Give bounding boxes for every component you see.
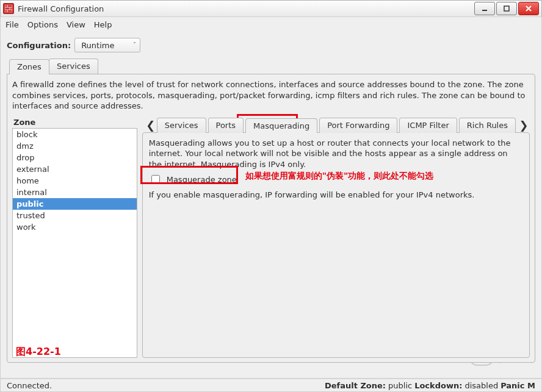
window-body: Configuration: Runtime ˇ Zones Services … — [0, 32, 542, 379]
tabs-scroll-right[interactable]: ❯ — [518, 118, 530, 132]
zone-heading: Zone — [12, 118, 137, 127]
menubar: File Options View Help — [0, 17, 542, 32]
annotation-rich-rule-note: 如果想使用富规则的"伪装"功能，则此处不能勾选 — [245, 171, 434, 182]
annotation-figure-label: 图4-22-1 — [16, 346, 61, 358]
inner-tab-services[interactable]: Services — [157, 118, 206, 133]
configuration-label: Configuration: — [7, 41, 71, 50]
close-button[interactable] — [518, 2, 539, 15]
menu-options[interactable]: Options — [27, 20, 58, 29]
zone-item-dmz[interactable]: dmz — [13, 140, 137, 152]
zone-item-home[interactable]: home — [13, 175, 137, 187]
window-title: Firewall Configuration — [18, 4, 473, 13]
status-connection: Connected. — [7, 381, 52, 390]
zone-item-trusted[interactable]: trusted — [13, 210, 137, 221]
zone-description: A firewalld zone defines the level of tr… — [12, 79, 530, 112]
zone-item-public[interactable]: public — [13, 198, 137, 210]
masquerading-description: Masquerading allows you to set up a host… — [149, 138, 523, 170]
menu-file[interactable]: File — [5, 20, 19, 29]
zone-item-drop[interactable]: drop — [13, 152, 137, 163]
status-default-zone-value: public — [388, 381, 412, 390]
zone-list[interactable]: blockdmzdropexternalhomeinternalpublictr… — [12, 128, 137, 358]
tab-services[interactable]: Services — [49, 59, 98, 74]
tab-zones[interactable]: Zones — [9, 59, 49, 74]
masquerading-panel: Masquerading allows you to set up a host… — [142, 132, 530, 358]
status-lockdown-label: Lockdown: — [414, 381, 462, 390]
inner-tab-rich-rules[interactable]: Rich Rules — [459, 118, 516, 133]
inner-tab-port-forwarding[interactable]: Port Forwarding — [319, 118, 397, 133]
inner-tab-ports[interactable]: Ports — [208, 118, 244, 133]
status-panic-label: Panic M — [500, 381, 535, 390]
statusbar: Connected. Default Zone: public Lockdown… — [0, 379, 542, 392]
firewall-icon — [3, 3, 14, 14]
svg-rect-0 — [5, 5, 12, 12]
configuration-dropdown[interactable]: Runtime ˇ — [74, 38, 140, 52]
zone-item-work[interactable]: work — [13, 221, 137, 233]
zone-column: Zone blockdmzdropexternalhomeinternalpub… — [12, 118, 137, 358]
inner-tab-icmp-filter[interactable]: ICMP Filter — [399, 118, 457, 133]
zones-panel: A firewalld zone defines the level of tr… — [7, 74, 535, 363]
configuration-value: Runtime — [81, 41, 114, 50]
svg-rect-7 — [504, 6, 509, 11]
window-titlebar: Firewall Configuration — [0, 0, 542, 17]
tabs-scroll-left[interactable]: ❮ — [145, 118, 157, 132]
zone-item-external[interactable]: external — [13, 163, 137, 175]
status-lockdown-value: disabled — [464, 381, 498, 390]
menu-help[interactable]: Help — [94, 20, 112, 29]
maximize-button[interactable] — [496, 2, 517, 15]
configuration-row: Configuration: Runtime ˇ — [7, 38, 535, 52]
zone-settings-column: ❮ Services Ports Masquerading Port Forwa… — [142, 118, 530, 358]
annotation-highlight-checkbox — [140, 166, 238, 184]
masquerading-enable-note: If you enable masquerading, IP forwardin… — [149, 190, 523, 199]
zone-item-internal[interactable]: internal — [13, 187, 137, 198]
chevron-down-icon: ˇ — [133, 41, 137, 49]
minimize-button[interactable] — [474, 2, 495, 15]
menu-view[interactable]: View — [67, 20, 85, 29]
status-default-zone-label: Default Zone: — [325, 381, 386, 390]
inner-tab-masquerading[interactable]: Masquerading — [245, 118, 317, 133]
zone-item-block[interactable]: block — [13, 129, 137, 140]
outer-tabs: Zones Services A firewalld zone defines … — [7, 59, 535, 363]
